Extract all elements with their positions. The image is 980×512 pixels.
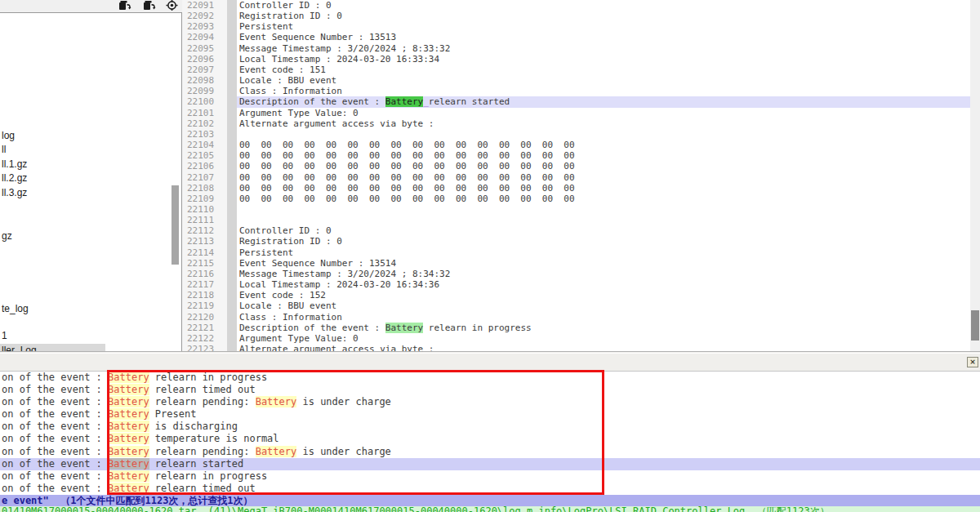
search-result-row[interactable]: on of the event : Battery Present — [0, 408, 980, 421]
search-summary-bar: e event" （1个文件中匹配到1123次，总计查找1次） — [0, 495, 980, 506]
log-line-text: 00 00 00 00 00 00 00 00 00 00 00 00 00 0… — [237, 161, 970, 171]
log-line[interactable]: 22099Class : Information — [182, 86, 970, 96]
file-tree-scrollbar-thumb[interactable] — [172, 185, 179, 265]
log-line[interactable]: 22122Argument Type Value: 0 — [182, 333, 970, 344]
line-number: 22100 — [182, 96, 227, 107]
search-result-row[interactable]: on of the event : Battery relearn in pro… — [0, 470, 980, 483]
file-tree-item[interactable]: ll.2.gz — [0, 171, 27, 185]
log-line[interactable]: 22115Event Sequence Number : 13514 — [182, 258, 970, 269]
log-line[interactable]: 22121Description of the event : Battery … — [182, 323, 970, 333]
log-lines: 22091Controller ID : 022092Registration … — [182, 0, 970, 351]
file-tree-item[interactable]: ll — [0, 143, 6, 157]
search-result-row[interactable]: on of the event : Battery relearn starte… — [0, 458, 980, 470]
text-segment: Description of the event : — [239, 96, 385, 107]
log-line[interactable]: 2210800 00 00 00 00 00 00 00 00 00 00 00… — [182, 183, 970, 194]
gutter-strip — [227, 43, 237, 54]
log-line[interactable]: 22098Locale : BBU event — [182, 75, 970, 86]
log-line[interactable]: 22102Alternate argument access via byte … — [182, 118, 970, 129]
log-line-text: Persistent — [237, 247, 970, 258]
log-line[interactable]: 22118Event code : 152 — [182, 290, 970, 301]
search-result-row[interactable]: on of the event : Battery is discharging — [0, 421, 980, 433]
search-match: Battery — [108, 396, 149, 407]
file-tree-item[interactable]: ll.3.gz — [0, 186, 27, 200]
search-result-row[interactable]: on of the event : Battery relearn pendin… — [0, 446, 980, 458]
toolbar — [0, 0, 182, 12]
text-segment: on of the event : — [2, 433, 108, 444]
log-line[interactable]: 2210600 00 00 00 00 00 00 00 00 00 00 00… — [182, 161, 970, 171]
text-segment: Registration ID : 0 — [239, 11, 342, 21]
text-segment: is under charge — [296, 446, 391, 457]
log-line[interactable]: 22091Controller ID : 0 — [182, 0, 970, 11]
text-segment: Alternate argument access via byte : — [239, 118, 434, 129]
log-line[interactable]: 22100Description of the event : Battery_… — [182, 96, 970, 107]
log-line-text: Class : Information — [237, 312, 970, 323]
log-line[interactable]: 2210900 00 00 00 00 00 00 00 00 00 00 00… — [182, 194, 970, 204]
log-line[interactable]: 2210500 00 00 00 00 00 00 00 00 00 00 00… — [182, 150, 970, 161]
log-line[interactable]: 22119Locale : BBU event — [182, 301, 970, 311]
log-line-text: Local Timestamp : 2024-03-20 16:33:34 — [237, 54, 970, 65]
log-line[interactable]: 22097Event code : 151 — [182, 65, 970, 75]
gutter-strip — [227, 279, 237, 290]
log-line[interactable]: 22120Class : Information — [182, 312, 970, 323]
text-segment: relearn timed out — [149, 483, 256, 494]
log-line[interactable]: 22092Registration ID : 0 — [182, 11, 970, 21]
log-line[interactable]: 22111 — [182, 215, 970, 225]
search-result-row[interactable]: on of the event : Battery temperature is… — [0, 433, 980, 445]
file-tree-item[interactable]: gz — [0, 229, 12, 243]
locate-target-icon[interactable] — [166, 0, 179, 11]
file-tree-item[interactable]: ll.1.gz — [0, 158, 27, 171]
log-line[interactable]: 22093Persistent — [182, 21, 970, 32]
log-line[interactable]: 22116Message Timestamp : 3/20/2024 ; 8:3… — [182, 269, 970, 279]
close-icon[interactable]: × — [967, 357, 978, 367]
gutter-strip — [227, 236, 237, 247]
search-result-row[interactable]: on of the event : Battery relearn in pro… — [0, 372, 980, 384]
text-segment: relearn started — [149, 458, 244, 470]
search-match: Battery — [108, 384, 149, 395]
text-segment: on of the event : — [2, 446, 108, 457]
text-segment: relearn pending: — [149, 446, 256, 457]
log-line[interactable]: 22113Registration ID : 0 — [182, 236, 970, 247]
log-line[interactable]: 22094Event Sequence Number : 13513 — [182, 32, 970, 42]
export-log-icon[interactable] — [143, 0, 156, 11]
file-tree-item[interactable]: ller_Log — [0, 344, 105, 351]
search-match: Battery — [385, 323, 423, 333]
file-tree-item[interactable]: te_log — [0, 302, 29, 316]
file-tree-item[interactable]: 1 — [0, 329, 7, 343]
log-line[interactable]: 22110 — [182, 204, 970, 215]
log-line-text — [237, 215, 970, 225]
panel-splitter[interactable]: × — [0, 351, 980, 372]
log-scrollbar-track[interactable] — [970, 0, 980, 351]
export-log-icon[interactable] — [118, 0, 131, 11]
log-line-text — [237, 204, 970, 215]
search-result-row[interactable]: on of the event : Battery relearn timed … — [0, 384, 980, 396]
log-line[interactable]: 22096Local Timestamp : 2024-03-20 16:33:… — [182, 54, 970, 65]
log-line[interactable]: 2210700 00 00 00 00 00 00 00 00 00 00 00… — [182, 172, 970, 183]
log-line[interactable]: 2210400 00 00 00 00 00 00 00 00 00 00 00… — [182, 140, 970, 150]
search-result-row[interactable]: on of the event : Battery relearn pendin… — [0, 396, 980, 408]
text-segment: is under charge — [296, 396, 391, 407]
line-number: 22101 — [182, 108, 227, 118]
log-line[interactable]: 22123Alternate argument access via byte … — [182, 344, 970, 351]
log-line[interactable]: 22114Persistent — [182, 247, 970, 258]
log-line[interactable]: 22112Controller ID : 0 — [182, 225, 970, 236]
log-line-text: Locale : BBU event — [237, 75, 970, 86]
gutter-strip — [227, 333, 237, 344]
log-line[interactable]: 22103 — [182, 129, 970, 140]
log-line[interactable]: 22117Local Timestamp : 2024-03-20 16:34:… — [182, 279, 970, 290]
text-segment: Message Timestamp : 3/20/2024 ; 8:33:32 — [239, 43, 450, 54]
gutter-strip — [227, 11, 237, 21]
file-tree-item[interactable]: log — [0, 129, 15, 143]
log-line[interactable]: 22101Argument Type Value: 0 — [182, 108, 970, 118]
line-number: 22118 — [182, 290, 227, 301]
log-viewer[interactable]: 22091Controller ID : 022092Registration … — [182, 0, 970, 351]
log-scrollbar-thumb[interactable] — [971, 310, 979, 341]
text-segment: temperature is normal — [149, 433, 279, 444]
text-segment: on of the event : — [2, 384, 108, 395]
text-segment: Class : Information — [239, 86, 342, 96]
log-line-text: Argument Type Value: 0 — [237, 108, 970, 118]
text-segment: 00 00 00 00 00 00 00 00 00 00 00 00 00 0… — [239, 140, 575, 150]
text-segment: Event code : 151 — [239, 65, 326, 75]
log-line[interactable]: 22095Message Timestamp : 3/20/2024 ; 8:3… — [182, 43, 970, 54]
search-result-row[interactable]: on of the event : Battery relearn timed … — [0, 483, 980, 495]
line-number: 22109 — [182, 194, 227, 204]
